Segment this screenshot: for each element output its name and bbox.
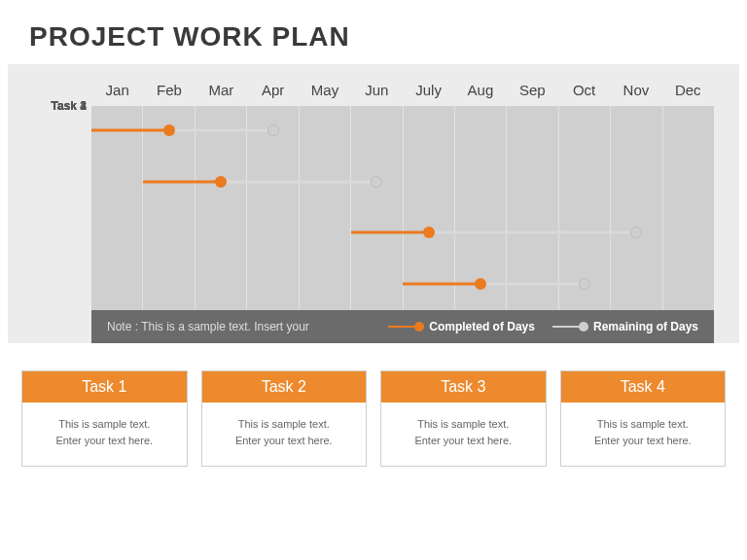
month-sep: Sep bbox=[507, 78, 558, 106]
month-jan: Jan bbox=[91, 78, 143, 106]
month-aug: Aug bbox=[454, 78, 506, 106]
task2-remaining-bar bbox=[221, 180, 376, 183]
task-card-4: Task 4 This is sample text. Enter your t… bbox=[560, 370, 727, 467]
task4-completed-bar bbox=[403, 282, 480, 285]
month-nov: Nov bbox=[610, 78, 661, 106]
task-card-3: Task 3 This is sample text. Enter your t… bbox=[380, 370, 547, 467]
task-card-1-line2: Enter your text here. bbox=[32, 433, 177, 449]
task-card-3-body: This is sample text. Enter your text her… bbox=[381, 402, 546, 466]
task3-completed-bar bbox=[351, 231, 429, 234]
task-label-4: Task 4 bbox=[33, 99, 87, 113]
legend-completed: Completed of Days bbox=[388, 320, 535, 333]
task-card-3-line1: This is sample text. bbox=[391, 416, 536, 433]
task4-completed-dot bbox=[475, 278, 486, 290]
task3-completed-dot bbox=[423, 227, 435, 238]
month-header: Jan Feb Mar Apr May Jun July Aug Sep Oct… bbox=[33, 78, 714, 106]
task1-completed-dot bbox=[163, 124, 175, 136]
month-oct: Oct bbox=[558, 78, 610, 106]
task-card-1: Task 1 This is sample text. Enter your t… bbox=[21, 370, 188, 467]
task1-completed-bar bbox=[91, 129, 169, 132]
task-card-3-line2: Enter your text here. bbox=[391, 433, 536, 449]
task-card-1-line1: This is sample text. bbox=[32, 416, 177, 433]
task-card-3-title: Task 3 bbox=[381, 371, 546, 402]
month-jul: July bbox=[403, 78, 454, 106]
task4-remaining-dot bbox=[579, 278, 590, 290]
task1-remaining-bar bbox=[169, 129, 273, 132]
task-cards: Task 1 This is sample text. Enter your t… bbox=[0, 343, 747, 467]
task-card-2-line2: Enter your text here. bbox=[212, 433, 357, 449]
task-card-4-line1: This is sample text. bbox=[571, 416, 716, 433]
task-card-4-body: This is sample text. Enter your text her… bbox=[561, 402, 726, 466]
legend-note: Note : This is a sample text. Insert you… bbox=[107, 320, 371, 333]
legend-completed-label: Completed of Days bbox=[429, 320, 535, 333]
task-card-4-line2: Enter your text here. bbox=[571, 433, 716, 449]
page-title: PROJECT WORK PLAN bbox=[0, 0, 747, 64]
task-card-1-title: Task 1 bbox=[22, 371, 187, 402]
legend-remaining: Remaining of Days bbox=[552, 320, 698, 333]
task-card-2-body: This is sample text. Enter your text her… bbox=[202, 402, 367, 466]
task-card-1-body: This is sample text. Enter your text her… bbox=[22, 402, 187, 466]
month-feb: Feb bbox=[143, 78, 195, 106]
task2-remaining-dot bbox=[371, 176, 382, 188]
month-jun: Jun bbox=[351, 78, 403, 106]
task3-remaining-bar bbox=[429, 231, 636, 234]
task3-remaining-dot bbox=[630, 227, 642, 238]
gantt-legend: Note : This is a sample text. Insert you… bbox=[91, 310, 714, 343]
gantt-panel: Jan Feb Mar Apr May Jun July Aug Sep Oct… bbox=[8, 64, 739, 343]
task-card-2-line1: This is sample text. bbox=[212, 416, 357, 433]
legend-completed-swatch bbox=[388, 326, 421, 328]
legend-remaining-label: Remaining of Days bbox=[593, 320, 698, 333]
month-mar: Mar bbox=[196, 78, 247, 106]
task-card-2-title: Task 2 bbox=[202, 371, 367, 402]
month-may: May bbox=[299, 78, 350, 106]
legend-remaining-swatch bbox=[552, 326, 586, 328]
task-card-2: Task 2 This is sample text. Enter your t… bbox=[201, 370, 368, 467]
task2-completed-dot bbox=[215, 176, 227, 188]
gantt-plot: Task 1 Task 2 Task 3 Task 4 bbox=[91, 106, 714, 310]
gantt-chart: Jan Feb Mar Apr May Jun July Aug Sep Oct… bbox=[33, 78, 714, 343]
task4-remaining-bar bbox=[480, 282, 585, 285]
task1-remaining-dot bbox=[267, 124, 279, 136]
month-apr: Apr bbox=[247, 78, 299, 106]
gantt-bars bbox=[91, 106, 714, 310]
task-card-4-title: Task 4 bbox=[561, 371, 726, 402]
month-dec: Dec bbox=[662, 78, 714, 106]
task2-completed-bar bbox=[143, 180, 221, 183]
page: PROJECT WORK PLAN Jan Feb Mar Apr May Ju… bbox=[0, 0, 747, 560]
